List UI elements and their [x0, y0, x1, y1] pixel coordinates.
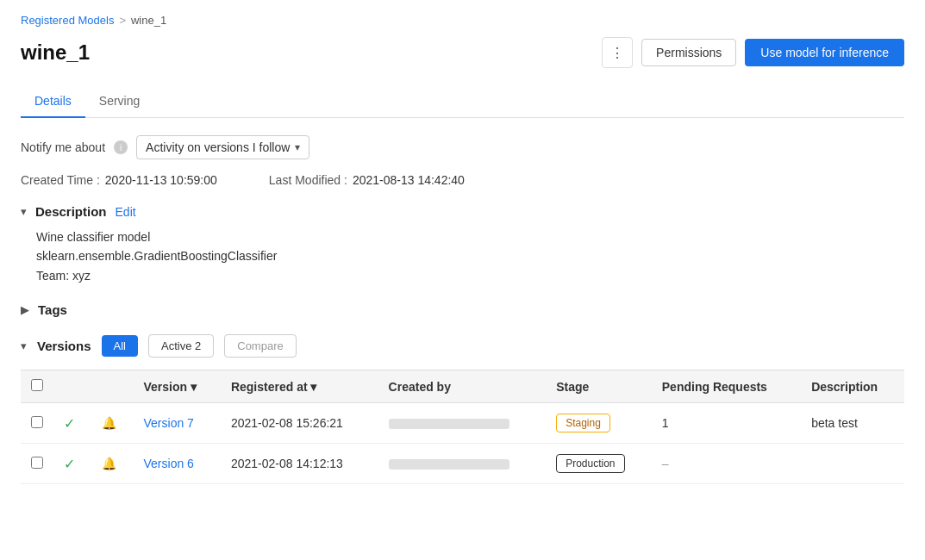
row2-registered-cell: 2021-02-08 14:12:13	[221, 444, 378, 484]
meta-row: Created Time : 2020-11-13 10:59:00 Last …	[21, 173, 904, 187]
row1-pending-cell: 1	[652, 403, 801, 444]
page-header: wine_1 ⋮ Permissions Use model for infer…	[21, 37, 904, 68]
description-title: Description	[35, 204, 107, 219]
all-versions-button[interactable]: All	[102, 335, 138, 357]
tabs: Details Serving	[21, 85, 904, 118]
row2-pending-value: –	[662, 457, 669, 470]
compare-button[interactable]: Compare	[224, 334, 296, 358]
row1-bell-icon[interactable]: 🔔	[102, 416, 116, 430]
col-header-stage: Stage	[546, 370, 652, 403]
description-text: Wine classifier model sklearn.ensemble.G…	[21, 227, 904, 285]
row2-checkbox[interactable]	[31, 457, 43, 469]
chevron-down-icon: ▾	[295, 141, 300, 153]
row1-registered-value: 2021-02-08 15:26:21	[231, 416, 343, 430]
row1-stage-badge: Staging	[556, 414, 610, 432]
row2-version-cell: Version 6	[134, 444, 221, 484]
notify-dropdown-value: Activity on versions I follow	[146, 140, 290, 154]
description-line-3: Team: xyz	[36, 266, 904, 285]
row1-bell-cell: 🔔	[91, 403, 134, 444]
description-toggle-icon[interactable]: ▾	[21, 205, 27, 218]
row2-stage-cell: Production	[546, 444, 652, 484]
breadcrumb-separator: >	[119, 14, 126, 27]
notify-label: Notify me about	[21, 140, 105, 154]
breadcrumb-parent[interactable]: Registered Models	[21, 14, 114, 27]
tab-serving[interactable]: Serving	[85, 85, 153, 118]
row1-version-cell: Version 7	[134, 403, 221, 444]
row2-bell-icon[interactable]: 🔔	[102, 457, 116, 470]
row1-description-value: beta test	[811, 416, 858, 430]
row2-checkbox-cell	[21, 444, 53, 484]
description-edit-link[interactable]: Edit	[116, 205, 136, 219]
row2-stage-badge: Production	[556, 454, 624, 473]
table-row: ✓ 🔔 Version 6 2021-02-08 14:12:13	[21, 444, 904, 484]
versions-table: Version ▾ Registered at ▾ Created by Sta…	[21, 370, 904, 484]
modified-label: Last Modified :	[269, 173, 347, 187]
tags-toggle-icon[interactable]: ▶	[21, 303, 29, 316]
row2-description-cell	[801, 444, 904, 484]
created-value: 2020-11-13 10:59:00	[105, 173, 217, 187]
tags-title: Tags	[38, 302, 67, 317]
table-row: ✓ 🔔 Version 7 2021-02-08 15:26:21	[21, 403, 904, 444]
select-all-checkbox[interactable]	[31, 379, 43, 391]
col-header-registered[interactable]: Registered at ▾	[221, 370, 378, 403]
notify-dropdown[interactable]: Activity on versions I follow ▾	[136, 135, 309, 159]
row1-description-cell: beta test	[801, 403, 904, 444]
row1-registered-cell: 2021-02-08 15:26:21	[221, 403, 378, 444]
col-header-icon2	[91, 370, 134, 403]
row1-created-by-redacted	[389, 419, 509, 429]
created-time: Created Time : 2020-11-13 10:59:00	[21, 173, 217, 187]
row2-created-by-redacted	[389, 459, 509, 470]
col-header-pending: Pending Requests	[652, 370, 801, 403]
created-label: Created Time :	[21, 173, 100, 187]
row1-checkbox[interactable]	[31, 416, 43, 428]
versions-toggle-icon[interactable]: ▾	[21, 339, 27, 352]
last-modified: Last Modified : 2021-08-13 14:42:40	[269, 173, 465, 187]
versions-header: ▾ Versions All Active 2 Compare	[21, 334, 904, 358]
tags-header: ▶ Tags	[21, 302, 904, 317]
modified-value: 2021-08-13 14:42:40	[353, 173, 465, 187]
row2-status-icon: ✓	[64, 457, 75, 471]
use-model-inference-button[interactable]: Use model for inference	[745, 39, 904, 66]
row2-registered-value: 2021-02-08 14:12:13	[231, 457, 343, 470]
info-icon[interactable]: i	[114, 140, 128, 154]
row2-version-link[interactable]: Version 6	[144, 457, 194, 470]
header-actions: ⋮ Permissions Use model for inference	[602, 37, 904, 68]
page-title: wine_1	[21, 40, 90, 65]
description-header: ▾ Description Edit	[21, 204, 904, 219]
notify-row: Notify me about i Activity on versions I…	[21, 135, 904, 159]
row1-checkbox-cell	[21, 403, 53, 444]
versions-title: Versions	[37, 339, 91, 353]
row1-version-link[interactable]: Version 7	[144, 416, 194, 430]
row2-bell-cell: 🔔	[91, 444, 134, 484]
row1-status-cell: ✓	[53, 403, 91, 444]
row1-stage-cell: Staging	[546, 403, 652, 444]
breadcrumb: Registered Models > wine_1	[21, 14, 904, 27]
tags-section: ▶ Tags	[21, 302, 904, 317]
versions-section: ▾ Versions All Active 2 Compare Version …	[21, 334, 904, 484]
more-options-button[interactable]: ⋮	[602, 37, 633, 68]
description-line-2: sklearn.ensemble.GradientBoostingClassif…	[36, 246, 904, 265]
col-header-created-by: Created by	[378, 370, 547, 403]
col-header-description: Description	[801, 370, 904, 403]
description-line-1: Wine classifier model	[36, 227, 904, 246]
table-header-row: Version ▾ Registered at ▾ Created by Sta…	[21, 370, 904, 403]
active-versions-button[interactable]: Active 2	[148, 334, 214, 358]
select-all-header	[21, 370, 53, 403]
row2-created-by-cell	[378, 444, 547, 484]
row2-pending-cell: –	[652, 444, 801, 484]
breadcrumb-current: wine_1	[131, 14, 166, 27]
description-section: ▾ Description Edit Wine classifier model…	[21, 204, 904, 285]
col-header-version[interactable]: Version ▾	[134, 370, 221, 403]
col-header-icon1	[53, 370, 91, 403]
tab-details[interactable]: Details	[21, 85, 85, 118]
row2-status-cell: ✓	[53, 444, 91, 484]
row1-status-icon: ✓	[64, 416, 75, 431]
row1-created-by-cell	[378, 403, 547, 444]
row1-pending-value: 1	[662, 416, 669, 430]
permissions-button[interactable]: Permissions	[641, 39, 736, 66]
